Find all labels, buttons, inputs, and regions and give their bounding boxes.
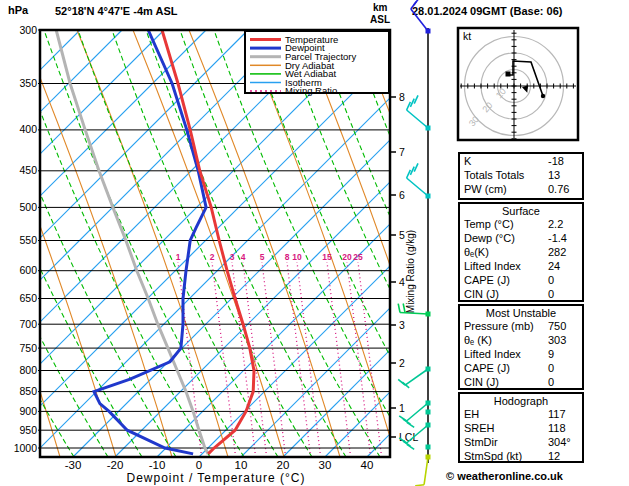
mixing-ratio-lines xyxy=(178,262,382,457)
stat-label: Lifted Index xyxy=(460,259,521,273)
parcel-trajectory-curve xyxy=(56,30,208,454)
stat-value: 0 xyxy=(548,375,554,389)
svg-text:700: 700 xyxy=(19,318,37,330)
svg-text:10: 10 xyxy=(292,252,302,262)
dewpoint-curve xyxy=(94,30,206,454)
svg-text:7: 7 xyxy=(399,146,405,158)
stat-label: CIN (J) xyxy=(460,287,499,301)
km-axis: 87654321LCL xyxy=(390,91,418,443)
svg-text:800: 800 xyxy=(19,364,37,376)
skewt-sounding-page: { "header": { "pressure_unit": "hPa", "s… xyxy=(0,0,629,486)
svg-text:1000: 1000 xyxy=(14,442,38,454)
table-row: θₑ (K)303 xyxy=(460,333,582,347)
svg-text:40: 40 xyxy=(361,459,374,471)
svg-text:20: 20 xyxy=(277,459,290,471)
stats-table-surface: SurfaceTemp (°C)2.2Dewp (°C)-1.4θₑ(K)282… xyxy=(458,202,584,302)
svg-text:8: 8 xyxy=(285,252,290,262)
stat-label: CAPE (J) xyxy=(460,273,510,287)
table-row: EH117 xyxy=(460,407,582,421)
stat-label: Pressure (mb) xyxy=(460,319,534,333)
svg-text:500: 500 xyxy=(19,201,37,213)
stat-value: 117 xyxy=(548,407,566,421)
wind-barb xyxy=(398,367,430,388)
stats-table-indices: K-18Totals Totals13PW (cm)0.76 xyxy=(458,152,584,200)
skewt-chart: 3003504004505005506006507007508008509009… xyxy=(0,0,452,486)
svg-text:30: 30 xyxy=(319,459,332,471)
svg-text:4: 4 xyxy=(399,276,405,288)
stat-value: 13 xyxy=(548,168,560,182)
table-row: CAPE (J)0 xyxy=(460,361,582,375)
svg-text:-10: -10 xyxy=(149,459,166,471)
stat-value: -18 xyxy=(548,154,564,168)
svg-text:3: 3 xyxy=(230,252,235,262)
svg-text:-30: -30 xyxy=(65,459,82,471)
table-row: Lifted Index24 xyxy=(460,259,582,273)
table-row: StmSpd (kt)12 xyxy=(460,449,582,463)
svg-text:750: 750 xyxy=(19,342,37,354)
stat-value: -1.4 xyxy=(548,231,567,245)
stat-label: Lifted Index xyxy=(460,347,521,361)
table-row: CIN (J)0 xyxy=(460,287,582,301)
stat-label: Temp (°C) xyxy=(460,217,514,231)
stat-label: PW (cm) xyxy=(460,182,507,196)
stat-value: 2.2 xyxy=(548,217,563,231)
wind-barb xyxy=(407,163,431,198)
svg-text:10: 10 xyxy=(235,459,248,471)
table-title: Surface xyxy=(460,204,582,217)
stat-value: 282 xyxy=(548,245,566,259)
hodograph-unit-label: kt xyxy=(463,30,471,42)
wind-barb xyxy=(415,455,430,486)
table-row: Pressure (mb)750 xyxy=(460,319,582,333)
stat-value: 303 xyxy=(548,333,566,347)
temperature-tick-labels: -30-20-10010203040 xyxy=(65,459,374,471)
svg-text:Mixing Ratio: Mixing Ratio xyxy=(285,85,337,96)
svg-text:4: 4 xyxy=(241,252,246,262)
svg-text:1: 1 xyxy=(176,252,181,262)
svg-text:400: 400 xyxy=(19,123,37,135)
svg-text:0: 0 xyxy=(196,459,202,471)
svg-text:25: 25 xyxy=(353,252,363,262)
svg-text:550: 550 xyxy=(19,234,37,246)
svg-text:20: 20 xyxy=(342,252,352,262)
wind-barb xyxy=(407,95,431,130)
table-row: CIN (J)0 xyxy=(460,375,582,389)
stat-label: CIN (J) xyxy=(460,375,499,389)
copyright: © weatheronline.co.uk xyxy=(446,470,563,482)
svg-text:-20: -20 xyxy=(107,459,124,471)
stat-label: θₑ(K) xyxy=(460,245,489,259)
table-row: StmDir304° xyxy=(460,435,582,449)
svg-text:600: 600 xyxy=(19,264,37,276)
svg-text:5: 5 xyxy=(260,252,265,262)
stat-label: EH xyxy=(460,407,479,421)
stat-value: 24 xyxy=(548,259,560,273)
svg-text:650: 650 xyxy=(19,292,37,304)
stat-label: θₑ (K) xyxy=(460,333,492,347)
svg-text:2: 2 xyxy=(210,252,215,262)
svg-text:3: 3 xyxy=(399,319,405,331)
stat-label: StmDir xyxy=(460,435,498,449)
svg-text:350: 350 xyxy=(19,77,37,89)
table-title: Hodograph xyxy=(460,394,582,407)
svg-text:850: 850 xyxy=(19,385,37,397)
pressure-tick-labels: 3003504004505005506006507007508008509009… xyxy=(14,24,40,454)
stat-value: 0 xyxy=(548,273,554,287)
stat-value: 12 xyxy=(548,449,560,463)
svg-text:15: 15 xyxy=(322,252,332,262)
stat-value: 304° xyxy=(548,435,571,449)
stat-value: 750 xyxy=(548,319,566,333)
svg-text:1: 1 xyxy=(399,402,405,414)
table-row: Temp (°C)2.2 xyxy=(460,217,582,231)
wind-barb xyxy=(398,304,430,317)
hodograph-chart: 102030kt xyxy=(455,25,587,147)
svg-text:5: 5 xyxy=(399,229,405,241)
stat-label: Totals Totals xyxy=(460,168,524,182)
svg-text:2: 2 xyxy=(399,357,405,369)
stat-label: K xyxy=(460,154,471,168)
legend-box: TemperatureDewpointParcel TrajectoryDry … xyxy=(245,31,389,96)
stat-value: 118 xyxy=(548,421,566,435)
svg-text:900: 900 xyxy=(19,405,37,417)
table-row: θₑ(K)282 xyxy=(460,245,582,259)
stat-label: Dewp (°C) xyxy=(460,231,515,245)
table-title: Most Unstable xyxy=(460,306,582,319)
stat-value: 0 xyxy=(548,361,554,375)
